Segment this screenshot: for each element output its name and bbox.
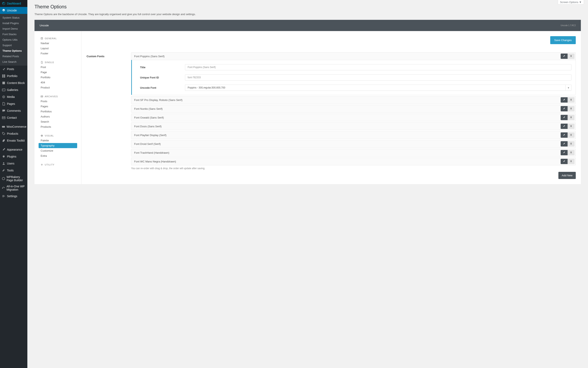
delete-button[interactable] bbox=[568, 106, 575, 111]
delete-button[interactable] bbox=[568, 132, 575, 138]
sidebar-label: Settings bbox=[7, 194, 17, 198]
submenu-install-plugins[interactable]: Install Plugins bbox=[0, 20, 27, 26]
font-row[interactable]: Font Oswald (Sans Serif) bbox=[131, 114, 576, 121]
sidebar-dashboard[interactable]: Dashboard bbox=[0, 0, 27, 7]
detail-title-input[interactable] bbox=[185, 64, 571, 70]
sidebar-woocommerce[interactable]: WooCommerce bbox=[0, 123, 27, 130]
brush-icon bbox=[2, 147, 6, 152]
nav-navbar[interactable]: Navbar bbox=[39, 41, 77, 46]
sidebar-posts[interactable]: Posts bbox=[0, 65, 27, 73]
detail-font-label: Uncode Font bbox=[140, 86, 185, 89]
detail-font-select[interactable]: Poppins - 300,regular,500,600,700 bbox=[185, 85, 565, 91]
nav-arch-search[interactable]: Search bbox=[39, 119, 77, 124]
sidebar-galleries[interactable]: Galleries bbox=[0, 86, 27, 93]
sidebar-pages[interactable]: Pages bbox=[0, 100, 27, 107]
font-row-title: Font Droid Serif (Serif) bbox=[134, 142, 561, 146]
submenu-font-stacks[interactable]: Font Stacks bbox=[0, 31, 27, 37]
edit-button[interactable] bbox=[561, 132, 568, 138]
font-row[interactable]: Font TrashHand (Handdrawn) bbox=[131, 149, 576, 156]
chevron-down-icon[interactable]: ▾ bbox=[565, 85, 571, 91]
reorder-note: You can re-order with drag & drop, the o… bbox=[131, 167, 576, 170]
sidebar-appearance[interactable]: Appearance bbox=[0, 146, 27, 153]
sidebar-comments[interactable]: Comments bbox=[0, 107, 27, 114]
trash-icon bbox=[570, 134, 572, 137]
nav-arch-products[interactable]: Products bbox=[39, 124, 77, 129]
nav-typography[interactable]: Typography bbox=[39, 143, 77, 148]
trash-icon bbox=[570, 160, 572, 163]
edit-button[interactable] bbox=[561, 150, 568, 155]
nav-404[interactable]: 404 bbox=[39, 80, 77, 85]
nav-layout[interactable]: Layout bbox=[39, 46, 77, 51]
sidebar-settings[interactable]: Settings bbox=[0, 193, 27, 200]
delete-button[interactable] bbox=[568, 141, 575, 147]
submenu-support[interactable]: Support bbox=[0, 43, 27, 48]
font-row[interactable]: Font Nunito (Sans Serif) bbox=[131, 105, 576, 113]
nav-post[interactable]: Post bbox=[39, 64, 77, 70]
sidebar-label: Products bbox=[7, 132, 18, 135]
delete-button[interactable] bbox=[568, 115, 575, 120]
delete-button[interactable] bbox=[568, 97, 575, 102]
nav-page[interactable]: Page bbox=[39, 70, 77, 75]
trash-icon bbox=[570, 55, 572, 58]
nav-extra[interactable]: Extra bbox=[39, 153, 77, 158]
edit-button[interactable] bbox=[561, 159, 568, 164]
submenu-live-search[interactable]: Live Search bbox=[0, 59, 27, 64]
sidebar-wpbakery[interactable]: WPBakery Page Builder bbox=[0, 174, 27, 183]
add-new-button[interactable]: Add New bbox=[558, 172, 576, 179]
nav-footer[interactable]: Footer bbox=[39, 51, 77, 56]
sidebar-migration[interactable]: All-in-One WP Migration bbox=[0, 183, 27, 193]
font-row[interactable]: Font Dosis (Sans Serif) bbox=[131, 122, 576, 130]
nav-customize[interactable]: Customize bbox=[39, 148, 77, 153]
nav-group-archives: Archives bbox=[39, 94, 77, 99]
sidebar-products[interactable]: Products bbox=[0, 130, 27, 137]
font-row[interactable]: Font Playfair Display (Serif) bbox=[131, 131, 576, 139]
nav-product[interactable]: Product bbox=[39, 85, 77, 90]
nav-arch-pages[interactable]: Pages bbox=[39, 104, 77, 109]
sidebar-envato[interactable]: Envato Toolkit bbox=[0, 137, 27, 144]
submenu-related-posts[interactable]: Related Posts bbox=[0, 54, 27, 59]
nav-portfolio[interactable]: Portfolio bbox=[39, 75, 77, 80]
nav-arch-authors[interactable]: Authors bbox=[39, 114, 77, 119]
gallery-icon bbox=[2, 88, 6, 92]
font-row[interactable]: Font Droid Serif (Serif) bbox=[131, 140, 576, 148]
sidebar-contact[interactable]: Contact bbox=[0, 114, 27, 121]
font-row[interactable]: Font WC Mano Negra (Handdrawn) bbox=[131, 157, 576, 165]
sidebar-label: Galleries bbox=[7, 88, 18, 92]
submenu-import-demo[interactable]: Import Demo bbox=[0, 26, 27, 31]
leaf-icon bbox=[2, 138, 6, 143]
save-button[interactable]: Save Changes bbox=[550, 36, 576, 44]
font-row[interactable]: Font Poppins (Sans Serif)TitleUnique Fon… bbox=[131, 52, 576, 95]
submenu-system-status[interactable]: System Status bbox=[0, 15, 27, 20]
delete-button[interactable] bbox=[568, 159, 575, 164]
nav-arch-portfolios[interactable]: Portfolios bbox=[39, 109, 77, 114]
font-row[interactable]: Font SF Pro Display, Roboto (Sans Serif) bbox=[131, 96, 576, 104]
sidebar-content-block[interactable]: Content Block bbox=[0, 80, 27, 86]
sidebar-uncode[interactable]: Uncode bbox=[0, 7, 27, 14]
sidebar-label: Appearance bbox=[7, 148, 22, 151]
delete-button[interactable] bbox=[568, 150, 575, 155]
sidebar-label: Comments bbox=[7, 109, 21, 112]
sidebar-users[interactable]: Users bbox=[0, 160, 27, 167]
panel-version: Uncode 1.7.RC2 bbox=[561, 24, 576, 27]
sidebar-tools[interactable]: Tools bbox=[0, 167, 27, 174]
svg-rect-3 bbox=[4, 76, 5, 77]
edit-button[interactable] bbox=[561, 106, 568, 111]
sidebar-label: Tools bbox=[7, 169, 14, 172]
submenu-options-utils[interactable]: Options Utils bbox=[0, 37, 27, 43]
sidebar-media[interactable]: Media bbox=[0, 93, 27, 100]
edit-button[interactable] bbox=[561, 115, 568, 120]
sidebar-portfolio[interactable]: Portfolio bbox=[0, 73, 27, 80]
nav-arch-posts[interactable]: Posts bbox=[39, 99, 77, 104]
nav-palette[interactable]: Palette bbox=[39, 138, 77, 143]
sidebar-plugins[interactable]: Plugins bbox=[0, 153, 27, 160]
screen-options-toggle[interactable]: Screen Options ▼ bbox=[558, 0, 584, 4]
delete-button[interactable] bbox=[568, 54, 575, 59]
edit-button[interactable] bbox=[561, 97, 568, 102]
wrench-icon bbox=[2, 168, 6, 173]
delete-button[interactable] bbox=[568, 124, 575, 129]
detail-id-input[interactable] bbox=[185, 74, 571, 81]
edit-button[interactable] bbox=[561, 124, 568, 129]
edit-button[interactable] bbox=[561, 141, 568, 147]
edit-button[interactable] bbox=[561, 54, 568, 59]
submenu-theme-options[interactable]: Theme Options bbox=[0, 48, 27, 54]
